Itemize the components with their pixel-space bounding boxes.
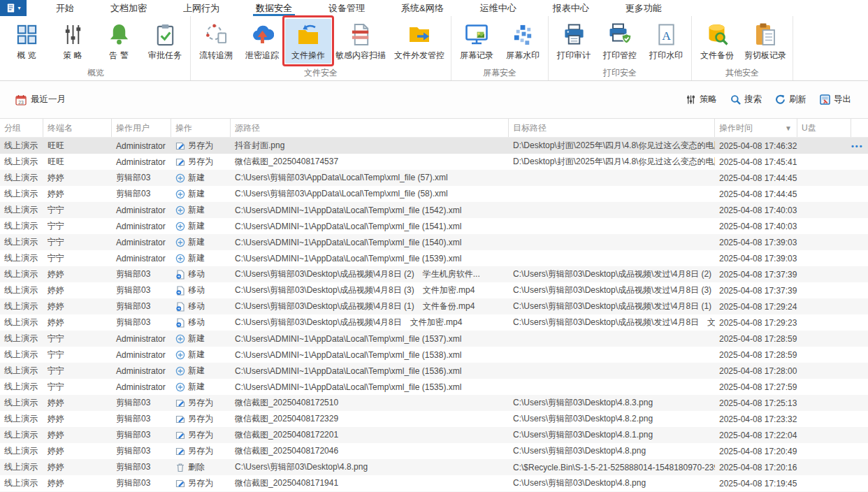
usb-cell bbox=[797, 282, 851, 298]
user-cell: 剪辑部03 bbox=[112, 459, 171, 475]
table-row[interactable]: 线上演示宁宁Administrator新建C:\Users\ADMINI~1\A… bbox=[0, 379, 868, 395]
menu-tab-6[interactable]: 系统&网络 bbox=[383, 0, 462, 16]
table-row[interactable]: 线上演示婷婷剪辑部03移动C:\Users\剪辑部03\Desktop\成品视频… bbox=[0, 282, 868, 298]
ribbon-button-folder-return[interactable]: 文件操作 bbox=[285, 19, 331, 64]
clipboard-doc-icon bbox=[753, 22, 778, 47]
table-row[interactable]: 线上演示婷婷剪辑部03另存为微信截图_20250408172329C:\User… bbox=[0, 411, 868, 427]
table-row[interactable]: 线上演示旺旺Administrator另存为微信截图_2025040817453… bbox=[0, 154, 868, 170]
table-row[interactable]: 线上演示婷婷剪辑部03移动C:\Users\剪辑部03\Desktop\成品视频… bbox=[0, 266, 868, 282]
ribbon-group-label: 屏幕安全 bbox=[454, 66, 546, 80]
menu-tab-2[interactable]: 文档加密 bbox=[92, 0, 165, 16]
column-header-9[interactable] bbox=[851, 119, 868, 137]
operation-cell: 另存为 bbox=[171, 427, 231, 443]
column-header-3[interactable]: 操作用户 bbox=[112, 119, 171, 137]
operation-label: 删除 bbox=[188, 461, 205, 473]
row-actions-cell bbox=[851, 411, 868, 427]
ribbon-button-watermark[interactable]: 屏幕水印 bbox=[500, 19, 546, 64]
ribbon-button-doc-scan[interactable]: 敏感内容扫描 bbox=[331, 19, 390, 64]
table-row[interactable]: 线上演示婷婷剪辑部03删除C:\Users\剪辑部03\Desktop\4.8.… bbox=[0, 459, 868, 475]
doc-scan-icon bbox=[348, 22, 373, 47]
terminal-cell: 婷婷 bbox=[43, 475, 112, 491]
group-cell: 线上演示 bbox=[0, 250, 43, 266]
column-header-4[interactable]: 操作 bbox=[171, 119, 231, 137]
table-row[interactable]: 线上演示宁宁Administrator新建C:\Users\ADMINI~1\A… bbox=[0, 347, 868, 363]
menu-tab-8[interactable]: 报表中心 bbox=[535, 0, 607, 16]
operation-label: 新建 bbox=[188, 349, 205, 361]
table-row[interactable]: 线上演示婷婷剪辑部03另存为微信截图_20250408172510C:\User… bbox=[0, 395, 868, 411]
row-actions-cell bbox=[851, 202, 868, 218]
row-more-actions-icon[interactable]: ••• bbox=[851, 142, 864, 150]
filter-bar: 23 最近一月 策略搜索刷新导出 bbox=[0, 81, 868, 118]
table-row[interactable]: 线上演示宁宁Administrator新建C:\Users\ADMINI~1\A… bbox=[0, 363, 868, 379]
clipboard-check-icon bbox=[152, 22, 178, 47]
table-row[interactable]: 线上演示婷婷剪辑部03新建C:\Users\剪辑部03\AppData\Loca… bbox=[0, 170, 868, 186]
ribbon-button-clipboard-check[interactable]: 审批任务 bbox=[142, 19, 188, 64]
menu-tab-7[interactable]: 运维中心 bbox=[462, 0, 535, 16]
usb-cell bbox=[797, 411, 851, 427]
time-cell: 2025-04-08 17:28:00 bbox=[715, 363, 797, 379]
table-row[interactable]: 线上演示婷婷剪辑部03移动C:\Users\剪辑部03\Desktop\成品视频… bbox=[0, 314, 868, 331]
ribbon-button-sliders[interactable]: 策 略 bbox=[50, 19, 96, 64]
ribbon-button-doc-a[interactable]: A打印水印 bbox=[643, 19, 689, 64]
menu-tab-1[interactable]: 开始 bbox=[38, 0, 92, 16]
column-header-8[interactable]: U盘 bbox=[797, 119, 851, 137]
target-path-cell: C:\Users\剪辑部03\Desktop\成品视频\发过\4月8日 (2) … bbox=[509, 266, 715, 282]
ribbon-button-cloud-up[interactable]: 泄密追踪 bbox=[239, 19, 285, 64]
ribbon-button-printer-shield[interactable]: 打印管控 bbox=[597, 19, 643, 64]
table-row[interactable]: 线上演示婷婷剪辑部03另存为微信截图_20250408172046C:\User… bbox=[0, 443, 868, 459]
ribbon-button-clipboard-doc[interactable]: 剪切板记录 bbox=[740, 19, 790, 64]
ribbon-group-5: 文件备份剪切板记录其他安全 bbox=[692, 16, 793, 80]
table-row[interactable]: 线上演示婷婷剪辑部03另存为微信截图_20250408171941C:\User… bbox=[0, 475, 868, 491]
move-operation-icon bbox=[175, 286, 185, 296]
ribbon-button-db-search[interactable]: 文件备份 bbox=[694, 19, 740, 64]
menu-tab-5[interactable]: 设备管理 bbox=[310, 0, 383, 16]
column-header-1[interactable]: 分组 bbox=[0, 119, 43, 137]
table-row[interactable]: 线上演示宁宁Administrator新建C:\Users\ADMINI~1\A… bbox=[0, 218, 868, 234]
menu-tab-3[interactable]: 上网行为 bbox=[165, 0, 238, 16]
sliders-action-button[interactable]: 策略 bbox=[686, 94, 717, 106]
table-row[interactable]: 线上演示宁宁Administrator新建C:\Users\ADMINI~1\A… bbox=[0, 331, 868, 347]
saveas-operation-icon bbox=[175, 414, 185, 424]
refresh-action-button[interactable]: 刷新 bbox=[775, 94, 806, 106]
row-actions-cell bbox=[851, 475, 868, 491]
group-cell: 线上演示 bbox=[0, 234, 43, 250]
ribbon-button-printer[interactable]: 打印审计 bbox=[551, 19, 597, 64]
export-action-button[interactable]: 导出 bbox=[820, 94, 851, 106]
table-row[interactable]: 线上演示旺旺Administrator另存为抖音封面.pngD:\Desktop… bbox=[0, 138, 868, 154]
ribbon-group-3: 屏幕记录屏幕水印屏幕安全 bbox=[451, 16, 549, 80]
table-row[interactable]: 线上演示婷婷剪辑部03新建C:\Users\剪辑部03\AppData\Loca… bbox=[0, 186, 868, 202]
ribbon-button-bell[interactable]: 告 警 bbox=[96, 19, 142, 64]
target-path-cell bbox=[509, 202, 715, 218]
table-row[interactable]: 线上演示婷婷剪辑部03移动C:\Users\剪辑部03\Desktop\成品视频… bbox=[0, 298, 868, 314]
user-cell: 剪辑部03 bbox=[112, 170, 171, 186]
ribbon-button-grid[interactable]: 概 览 bbox=[3, 19, 50, 64]
column-header-7[interactable]: 操作时间▼ bbox=[715, 119, 797, 137]
target-path-cell: C:\Users\剪辑部03\Desktop\成品视频\发过\4月8日 (3) … bbox=[509, 282, 715, 298]
ribbon-button-folder-arrow[interactable]: 文件外发管控 bbox=[390, 19, 449, 64]
column-header-6[interactable]: 目标路径 bbox=[509, 119, 715, 137]
operation-label: 新建 bbox=[188, 204, 205, 216]
column-header-5[interactable]: 源路径 bbox=[231, 119, 509, 137]
ribbon-button-label: 概 览 bbox=[17, 50, 36, 62]
filter-caret-icon[interactable]: ▼ bbox=[785, 124, 792, 132]
table-row[interactable]: 线上演示婷婷剪辑部03另存为微信截图_20250408172201C:\User… bbox=[0, 427, 868, 443]
table-row[interactable]: 线上演示宁宁Administrator新建C:\Users\ADMINI~1\A… bbox=[0, 250, 868, 266]
operation-label: 另存为 bbox=[188, 397, 213, 409]
search-action-button[interactable]: 搜索 bbox=[730, 94, 762, 106]
menu-tab-9[interactable]: 更多功能 bbox=[607, 0, 680, 16]
column-header-2[interactable]: 终端名 bbox=[43, 119, 112, 137]
date-range-filter[interactable]: 23 最近一月 bbox=[15, 94, 66, 106]
operation-cell: 另存为 bbox=[171, 154, 231, 170]
saveas-operation-icon bbox=[175, 141, 185, 151]
menu-tab-4[interactable]: 数据安全 bbox=[238, 0, 310, 16]
table-row[interactable]: 线上演示宁宁Administrator新建C:\Users\ADMINI~1\A… bbox=[0, 234, 868, 250]
ribbon-button-trace[interactable]: 流转追溯 bbox=[193, 19, 239, 64]
table-row[interactable]: 线上演示宁宁Administrator新建C:\Users\ADMINI~1\A… bbox=[0, 202, 868, 218]
user-cell: 剪辑部03 bbox=[112, 266, 171, 282]
column-header-label: 操作用户 bbox=[116, 122, 150, 134]
ribbon-button-screen-record[interactable]: 屏幕记录 bbox=[454, 19, 500, 64]
row-actions-cell bbox=[851, 186, 868, 202]
time-cell: 2025-04-08 17:40:03 bbox=[715, 202, 797, 218]
app-menu-button[interactable]: ▾ bbox=[0, 0, 27, 16]
ribbon: 概 览策 略告 警审批任务概览流转追溯泄密追踪文件操作敏感内容扫描文件外发管控文… bbox=[0, 16, 868, 81]
